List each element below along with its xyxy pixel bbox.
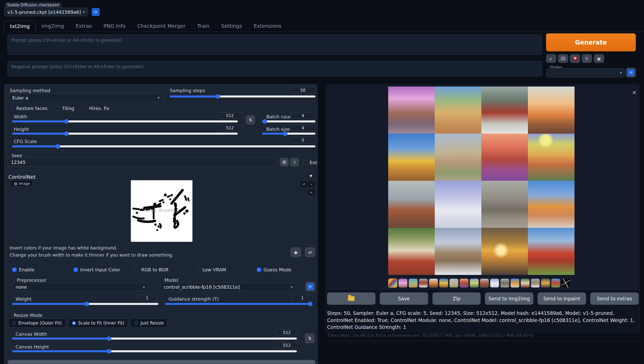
generated-image-tile[interactable] [481,228,528,275]
controlnet-title[interactable]: ControlNet [8,174,36,180]
generated-image-tile[interactable] [435,87,481,134]
thumbnail[interactable] [388,278,397,288]
seed-input[interactable] [8,158,278,167]
controlnet-model-refresh-button[interactable]: ⟳ [305,282,315,291]
generated-image-tile[interactable] [435,181,481,228]
generated-image-tile[interactable] [388,87,435,134]
generated-image-tile[interactable] [388,134,435,181]
thumbnail[interactable] [429,278,438,288]
thumbnail[interactable] [480,278,489,288]
batch-count-input[interactable] [290,112,316,119]
preprocessor-dropdown[interactable]: none▾ [12,283,148,291]
sampling-steps-slider[interactable] [170,95,315,97]
random-seed-button[interactable]: ⚄ [280,158,289,166]
generate-button[interactable]: Generate [546,33,636,51]
generated-image-tile[interactable] [481,181,528,228]
thumbnail[interactable] [409,278,418,288]
checkbox-tiling[interactable]: Tiling [55,106,74,111]
checkbox-hires-fix[interactable]: Hires. fix [82,106,109,111]
tab-extensions[interactable]: Extensions [248,20,287,32]
reuse-seed-button[interactable]: ♻ [290,158,299,166]
thumbnail[interactable] [531,278,540,288]
save-style-button[interactable]: ▣ [594,54,604,63]
canvas-height-input[interactable] [276,342,298,348]
checkpoint-refresh-button[interactable]: ⟳ [92,8,100,16]
guidance-strength-slider[interactable] [165,303,310,305]
accordion-collapse-icon[interactable]: ▼ [310,174,312,178]
mirror-webcam-button[interactable]: ⇄ [305,247,315,257]
controlnet-model-dropdown[interactable]: control_scribble-fp16 [c508311e]▾ [160,283,296,291]
tab-settings[interactable]: Settings [215,20,248,32]
width-slider[interactable] [12,120,238,122]
batch-size-slider[interactable] [262,133,315,135]
zip-button[interactable]: Zip [432,292,481,305]
generated-image-tile[interactable] [435,228,481,275]
checkbox-restore-faces[interactable]: Restore faces [10,106,47,111]
send-to-img2img-button[interactable]: Send to img2img [485,292,533,305]
checkbox-guess-mode[interactable]: ✓Guess Mode [257,267,291,272]
checkbox-low-vram[interactable]: Low VRAM [196,267,226,272]
tab-png-info[interactable]: PNG Info [97,20,131,32]
swap-canvas-dims-button[interactable]: ⇅ [305,333,315,343]
send-to-extras-button[interactable]: Send to extras [590,292,639,305]
batch-size-input[interactable] [290,124,316,131]
thumbnail[interactable] [510,278,520,288]
checkbox-extra-seed[interactable]: Extra [303,160,318,165]
generated-image-tile[interactable] [528,228,575,275]
thumbnail[interactable] [490,278,499,288]
batch-count-slider[interactable] [262,120,315,122]
checkbox-enable[interactable]: ✓Enable [12,267,34,272]
width-input[interactable] [217,112,243,119]
generated-image-tile[interactable] [528,134,575,181]
controlnet-image-tab[interactable]: ▨Image [11,180,33,187]
open-output-folder-button[interactable] [327,292,375,305]
apply-style-button[interactable]: ⎘ [582,54,592,63]
tab-img2img[interactable]: img2img [36,20,70,32]
generated-image-tile[interactable] [481,134,528,181]
tab-txt2img[interactable]: txt2img [4,21,36,32]
generated-image-tile[interactable] [528,87,575,134]
next-section-bar[interactable] [8,360,315,364]
read-params-button[interactable]: ↙ [546,54,556,63]
canvas-brush-button[interactable]: ✎ [308,190,315,195]
tab-extras[interactable]: Extras [70,20,97,32]
thumbnail[interactable] [500,278,509,288]
styles-dropdown[interactable]: ▾ [546,68,625,77]
thumbnail[interactable] [398,278,408,288]
extra-networks-button[interactable] [570,54,580,63]
cfg-scale-slider[interactable] [12,145,315,147]
thumbnail[interactable] [541,278,550,288]
save-button[interactable]: Save [380,292,428,305]
swap-width-height-button[interactable]: ⇅ [246,115,255,124]
height-slider[interactable] [12,133,238,135]
canvas-width-slider[interactable] [12,338,297,340]
tab-train[interactable]: Train [191,20,215,32]
generated-image-tile[interactable] [481,87,528,134]
canvas-clear-button[interactable]: × [308,181,315,187]
radio-envelope-outer-fit[interactable]: Envelope (Outer Fit) [8,318,66,328]
prompt-input[interactable] [7,34,542,55]
guidance-strength-input[interactable] [292,295,313,301]
radio-scale-to-fit-inner-fit[interactable]: Scale to Fit (Inner Fit) [68,318,128,328]
radio-just-resize[interactable]: Just Resize [131,318,167,328]
cfg-scale-input[interactable] [290,137,316,143]
sampling-steps-input[interactable] [290,87,316,93]
tab-checkpoint-merger[interactable]: Checkpoint Merger [131,20,191,32]
height-input[interactable] [217,124,243,131]
canvas-width-input[interactable] [276,329,298,335]
sampling-method-dropdown[interactable]: Euler a▾ [9,93,163,102]
thumbnail[interactable] [521,278,530,288]
styles-refresh-button[interactable]: ⟳ [626,68,636,77]
checkpoint-dropdown[interactable]: v1-5-pruned.ckpt [e1441589a6] ▾ [4,8,88,16]
negative-prompt-input[interactable] [7,61,542,76]
thumbnail[interactable] [439,278,448,288]
thumbnail[interactable] [419,278,428,288]
thumbnail[interactable] [459,278,469,288]
thumbnail[interactable] [449,278,458,288]
generated-image-tile[interactable] [528,181,575,228]
thumbnail[interactable] [561,278,570,288]
clear-prompt-button[interactable]: ⌧ [558,54,568,63]
controlnet-scribble-canvas[interactable]: Start drawing [131,180,192,242]
thumbnail[interactable] [470,278,479,288]
weight-slider[interactable] [12,303,158,305]
